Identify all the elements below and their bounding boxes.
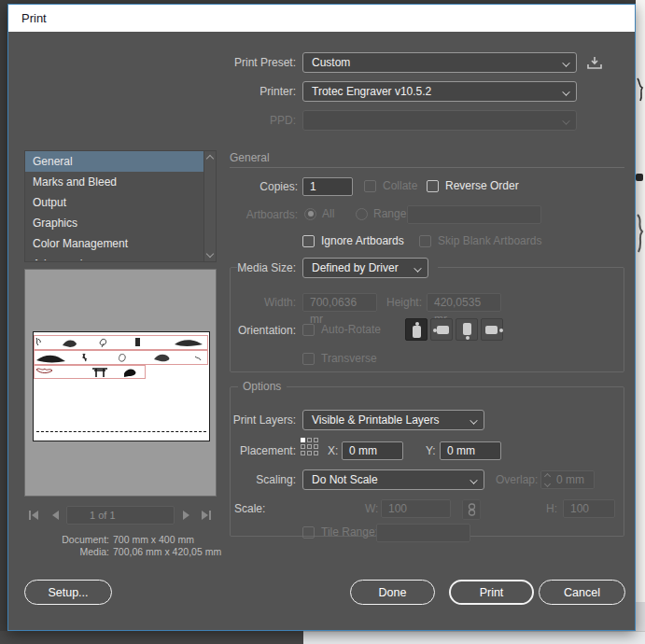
previous-page-icon — [52, 511, 59, 520]
media-size-dropdown[interactable]: Defined by Driver — [302, 258, 428, 278]
chevron-down-icon — [562, 117, 569, 124]
placement-y-input[interactable]: 0 mm — [440, 441, 501, 460]
print-dialog: Print Print Preset: Custom Printer: Trot… — [7, 4, 636, 631]
print-button[interactable]: Print — [449, 580, 534, 605]
placement-origin-grid[interactable] — [301, 438, 318, 455]
checkbox-icon — [419, 235, 431, 247]
auto-rotate-checkbox: Auto-Rotate — [302, 323, 381, 336]
media-size-value: Defined by Driver — [312, 261, 399, 274]
checkbox-icon — [302, 235, 315, 247]
auto-rotate-label: Auto-Rotate — [321, 323, 381, 336]
tile-range-label: Tile Range: — [321, 525, 378, 539]
chevron-down-icon — [470, 476, 477, 483]
checkbox-icon — [302, 526, 315, 539]
preview-pager: 1 of 1 — [24, 506, 217, 525]
background-artwork-fragment — [637, 77, 645, 105]
list-scrollbar[interactable] — [203, 151, 216, 261]
general-section-title: General — [230, 151, 270, 164]
portrait-down-icon — [463, 323, 471, 335]
placement-x-label: X: — [328, 444, 338, 457]
document-info-label: Document: — [27, 534, 109, 545]
print-sections-list: General Marks and Bleed Output Graphics … — [24, 150, 217, 262]
placement-x-input[interactable]: 0 mm — [342, 441, 403, 460]
document-info-value: 700 mm x 400 mm — [113, 534, 194, 545]
scale-h-input: 100 — [563, 499, 615, 518]
next-page-icon — [183, 511, 189, 520]
save-preset-icon[interactable] — [587, 56, 602, 70]
scroll-up-icon[interactable] — [206, 155, 214, 162]
copies-input[interactable]: 1 — [302, 177, 353, 196]
document-info: Document:700 mm x 400 mm — [27, 534, 194, 545]
scaling-dropdown[interactable]: Do Not Scale — [302, 469, 484, 490]
section-divider — [230, 167, 624, 168]
first-page-icon — [29, 511, 31, 520]
scale-label: Scale: — [234, 502, 265, 515]
checkbox-icon — [302, 324, 315, 336]
print-preset-dropdown[interactable]: Custom — [302, 52, 577, 73]
link-icon — [468, 503, 476, 516]
orientation-portrait-up-button[interactable] — [405, 318, 428, 341]
dialog-titlebar[interactable]: Print — [8, 5, 635, 32]
ignore-artboards-label: Ignore Artboards — [321, 234, 404, 247]
background-artwork-fragment — [636, 174, 643, 181]
placement-y-label: Y: — [426, 444, 436, 457]
print-preview-pane[interactable] — [24, 269, 217, 497]
scale-h-value: 100 — [570, 502, 589, 515]
artboards-all-label: All — [322, 207, 334, 220]
chevron-down-icon — [414, 264, 421, 272]
tile-boundary-dashed-line — [36, 431, 206, 432]
sidebar-item-color-management[interactable]: Color Management — [25, 233, 204, 254]
ppd-dropdown — [302, 110, 577, 131]
scroll-down-icon[interactable] — [206, 250, 214, 258]
landscape-left-icon — [437, 326, 449, 334]
placement-y-value: 0 mm — [447, 444, 475, 457]
overlap-label: Overlap: — [496, 473, 538, 486]
chevron-down-icon — [562, 59, 569, 66]
cancel-button[interactable]: Cancel — [539, 580, 625, 605]
collate-checkbox: Collate — [364, 179, 417, 192]
orientation-portrait-down-button[interactable] — [456, 318, 478, 341]
ignore-artboards-checkbox[interactable]: Ignore Artboards — [302, 234, 404, 247]
skip-blank-artboards-label: Skip Blank Artboards — [438, 234, 541, 247]
print-layers-dropdown[interactable]: Visible & Printable Layers — [302, 410, 484, 430]
scale-w-input: 100 — [381, 499, 451, 518]
copies-value: 1 — [310, 180, 316, 193]
printer-value: Trotec Engraver v10.5.2 — [312, 85, 431, 98]
options-section-title: Options — [243, 380, 281, 393]
artboards-all-radio: All — [304, 207, 334, 220]
page-indicator: 1 of 1 — [66, 506, 175, 525]
scale-w-label: W: — [365, 502, 378, 515]
transverse-label: Transverse — [321, 352, 377, 365]
radio-icon — [356, 208, 368, 220]
artboards-range-input — [407, 205, 541, 224]
skip-blank-artboards-checkbox: Skip Blank Artboards — [419, 234, 541, 247]
sidebar-item-advanced[interactable]: Advanced — [25, 254, 204, 260]
app-panel-behind-dialog — [0, 631, 303, 644]
reverse-order-checkbox[interactable]: Reverse Order — [427, 179, 519, 192]
tile-range-checkbox: Tile Range: — [302, 525, 378, 539]
printer-dropdown[interactable]: Trotec Engraver v10.5.2 — [302, 81, 577, 102]
artwork-row-2 — [35, 351, 207, 364]
link-scale-button — [462, 499, 481, 520]
overlap-value: 0 mm — [556, 473, 584, 486]
artwork-strip-3 — [34, 365, 146, 379]
setup-button[interactable]: Setup... — [24, 580, 112, 605]
done-button[interactable]: Done — [350, 580, 435, 605]
orientation-landscape-left-button[interactable] — [430, 318, 453, 341]
sidebar-item-general[interactable]: General — [25, 151, 204, 172]
media-info-value: 700,06 mm x 420,05 mm — [113, 546, 221, 557]
print-layers-value: Visible & Printable Layers — [312, 413, 440, 427]
media-height-input: 420,0535 mr — [427, 293, 501, 312]
overlap-input: 0 mm — [540, 470, 595, 489]
tile-range-input — [376, 524, 470, 542]
media-info: Media:700,06 mm x 420,05 mm — [27, 546, 221, 557]
artboards-range-label: Range: — [373, 207, 410, 220]
scaling-value: Do Not Scale — [312, 473, 378, 486]
reverse-order-label: Reverse Order — [445, 179, 519, 192]
canvas-behind-dialog-bottom — [303, 631, 645, 644]
dialog-title: Print — [21, 11, 47, 25]
landscape-right-icon — [485, 326, 498, 334]
radio-icon — [304, 208, 316, 220]
orientation-landscape-right-button[interactable] — [481, 318, 503, 341]
background-panel-fragment — [636, 602, 645, 631]
